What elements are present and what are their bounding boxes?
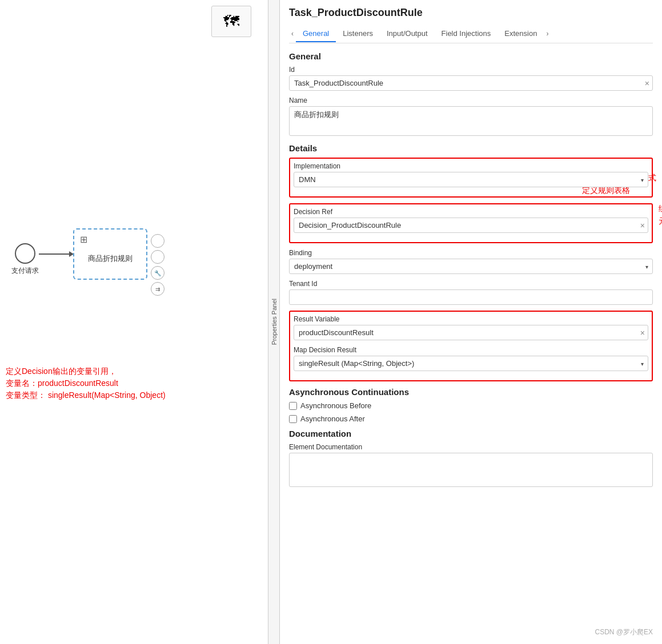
async-after-checkbox[interactable] <box>289 415 297 423</box>
tabs-bar: ‹ General Listeners Input/Output Field I… <box>289 25 653 43</box>
documentation-heading: Documentation <box>289 429 653 438</box>
annotation-bind-dmn: 绑定DMN定义中的规则 元素Decision对应的ID <box>659 202 662 228</box>
id-label: Id <box>289 66 653 74</box>
start-event-label: 支付请求 <box>11 266 39 276</box>
result-variable-label: Result Variable <box>294 315 648 323</box>
element-doc-textarea[interactable] <box>289 453 653 487</box>
id-field-wrapper: × <box>289 75 653 91</box>
annotation-result-var: 定义Decision输出的变量引用， 变量名：productDiscountRe… <box>6 365 166 401</box>
name-field-wrapper: 商品折扣规则 <box>289 106 653 138</box>
implementation-label: Implementation <box>294 162 648 170</box>
async-after-label: Asynchronous After <box>300 414 365 423</box>
start-event-container: 支付请求 <box>11 243 39 276</box>
decision-ref-clear[interactable]: × <box>640 221 645 230</box>
async-heading: Asynchronous Continuations <box>289 387 653 397</box>
tenant-id-wrapper <box>289 289 653 305</box>
decision-ref-wrapper: × <box>294 218 648 233</box>
result-variable-wrapper: × <box>294 325 648 340</box>
async-before-group: Asynchronous Before <box>289 401 653 410</box>
watermark: CSDN @罗小爬EX <box>595 627 653 637</box>
result-variable-clear[interactable]: × <box>640 328 645 337</box>
id-clear-button[interactable]: × <box>645 79 649 88</box>
side-icon-circle1 <box>151 234 165 248</box>
tenant-id-label: Tenant Id <box>289 280 653 288</box>
tab-field-injections[interactable]: Field Injections <box>435 26 498 42</box>
tab-listeners[interactable]: Listeners <box>336 26 380 42</box>
decision-ref-box: Decision Ref × <box>289 203 653 243</box>
tab-extension[interactable]: Extension <box>497 26 544 42</box>
task-table-icon: ⊞ <box>80 234 87 245</box>
name-textarea[interactable]: 商品折扣规则 <box>289 106 653 136</box>
sequence-flow-arrow <box>39 253 73 255</box>
map-decision-result-label: Map Decision Result <box>294 346 648 354</box>
tab-general[interactable]: General <box>296 26 336 42</box>
binding-select[interactable]: deployment latest version <box>289 259 653 274</box>
tab-arrow-left[interactable]: ‹ <box>289 25 296 43</box>
async-before-checkbox[interactable] <box>289 402 297 410</box>
tab-input-output[interactable]: Input/Output <box>380 26 435 42</box>
side-icon-wrench: 🔧 <box>151 266 165 280</box>
task-side-icons: 🔧 ⇉ <box>151 234 165 296</box>
details-heading: Details <box>289 143 653 153</box>
side-icon-circle2 <box>151 250 165 264</box>
result-box: Result Variable × Map Decision Result si… <box>289 311 653 381</box>
async-before-label: Asynchronous Before <box>300 401 371 410</box>
decision-ref-section: Decision Ref × 绑定DMN定义中的规则 元素Decision对应的… <box>289 203 653 243</box>
map-decision-result-select[interactable]: singleResult (Map<String, Object>) singl… <box>294 356 648 371</box>
binding-select-wrapper: deployment latest version ▾ <box>289 259 653 274</box>
decision-ref-input[interactable] <box>294 218 648 233</box>
right-panel: Task_ProductDiscountRule ‹ General Liste… <box>280 0 662 644</box>
panel-title: Task_ProductDiscountRule <box>289 7 653 19</box>
decision-ref-label: Decision Ref <box>294 208 648 216</box>
side-icon-arrows: ⇉ <box>151 282 165 296</box>
general-heading: General <box>289 51 653 61</box>
map-icon: 🗺 <box>223 12 239 31</box>
name-label: Name <box>289 96 653 104</box>
element-doc-label: Element Documentation <box>289 443 653 451</box>
map-icon-box[interactable]: 🗺 <box>211 6 251 37</box>
implementation-select-wrapper: DMN Java Class Expression Delegate Expre… <box>294 172 648 187</box>
binding-label: Binding <box>289 249 653 257</box>
async-after-group: Asynchronous After <box>289 414 653 423</box>
tab-arrow-right[interactable]: › <box>544 25 551 43</box>
task-label: 商品折扣规则 <box>88 253 133 264</box>
tenant-id-input[interactable] <box>289 289 653 305</box>
id-input[interactable] <box>289 75 653 91</box>
start-event[interactable] <box>15 243 35 264</box>
task-box[interactable]: ⊞ 商品折扣规则 🔧 ⇉ <box>73 228 147 280</box>
map-decision-result-wrapper: singleResult (Map<String, Object>) singl… <box>294 356 648 371</box>
properties-panel-label: Properties Panel <box>268 0 279 644</box>
result-variable-input[interactable] <box>294 325 648 340</box>
implementation-select[interactable]: DMN Java Class Expression Delegate Expre… <box>294 172 648 187</box>
canvas-area: 🗺 支付请求 ⊞ 商品折扣规则 🔧 ⇉ 定义Dec <box>0 0 280 644</box>
element-doc-wrapper <box>289 453 653 489</box>
